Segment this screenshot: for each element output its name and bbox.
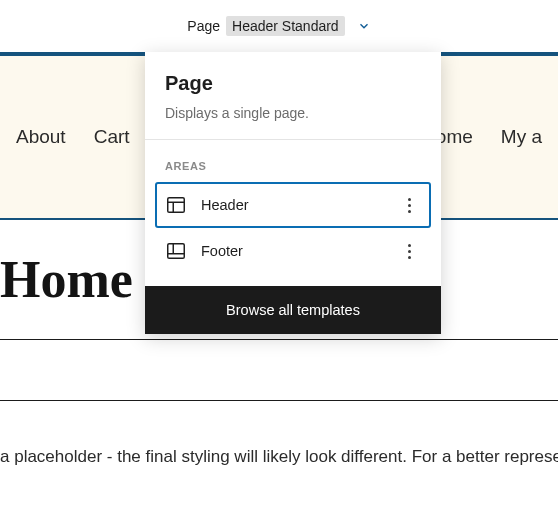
template-type-label: Page: [187, 18, 220, 34]
nav-link-myaccount[interactable]: My a: [501, 126, 542, 148]
areas-heading: AREAS: [155, 154, 431, 182]
svg-rect-3: [168, 244, 185, 259]
dropdown-areas-section: AREAS Header Footer: [145, 140, 441, 286]
placeholder-paragraph[interactable]: a placeholder - the final styling will l…: [0, 401, 558, 467]
area-item-label: Footer: [201, 243, 383, 259]
template-dropdown-panel: Page Displays a single page. AREAS Heade…: [145, 52, 441, 334]
area-item-label: Header: [201, 197, 383, 213]
template-selector[interactable]: Page Header Standard: [0, 0, 558, 52]
area-item-footer[interactable]: Footer: [155, 228, 431, 274]
dropdown-description: Displays a single page.: [165, 105, 421, 121]
template-name-badge: Header Standard: [226, 16, 345, 36]
chevron-down-icon: [357, 19, 371, 33]
nav-link-about[interactable]: About: [16, 126, 66, 148]
svg-rect-0: [168, 198, 185, 213]
footer-layout-icon: [165, 240, 187, 262]
more-options-icon[interactable]: [397, 198, 421, 213]
dropdown-header: Page Displays a single page.: [145, 52, 441, 140]
nav-link-cart[interactable]: Cart: [94, 126, 130, 148]
header-layout-icon: [165, 194, 187, 216]
dropdown-title: Page: [165, 72, 421, 95]
browse-all-templates-button[interactable]: Browse all templates: [145, 286, 441, 334]
area-item-header[interactable]: Header: [155, 182, 431, 228]
more-options-icon[interactable]: [397, 244, 421, 259]
